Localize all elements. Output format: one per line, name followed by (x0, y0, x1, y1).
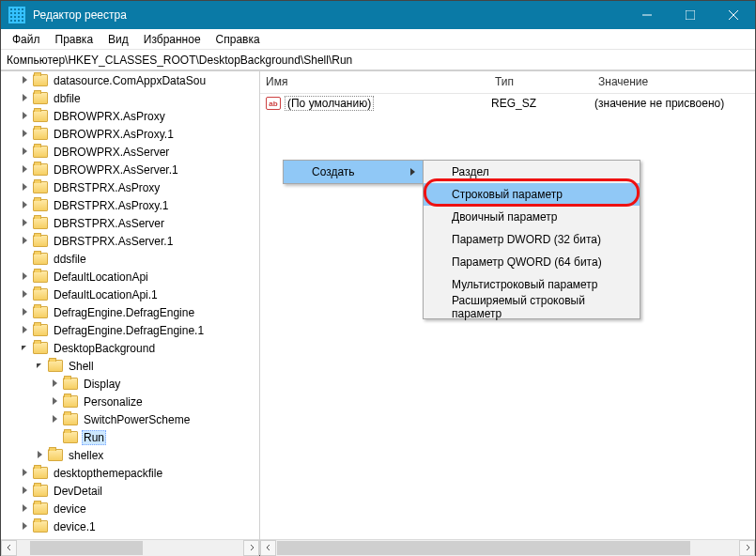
tree-node[interactable]: Personalize (1, 393, 259, 410)
context-submenu[interactable]: РазделСтроковый параметрДвоичный парамет… (423, 160, 640, 319)
tree-node[interactable]: DBRSTPRX.AsServer.1 (1, 232, 259, 250)
folder-icon (63, 378, 78, 390)
menu-view[interactable]: Вид (100, 31, 136, 48)
expander-icon[interactable] (20, 111, 31, 122)
expander-icon[interactable] (50, 396, 61, 408)
scroll-right-button[interactable] (243, 540, 259, 556)
close-button[interactable] (712, 1, 755, 29)
tree-node[interactable]: DesktopBackground (1, 339, 259, 357)
tree-node[interactable]: Run (1, 428, 259, 446)
tree-node[interactable]: DefragEngine.DefragEngine.1 (1, 321, 259, 339)
minimize-button[interactable] (625, 1, 669, 29)
maximize-button[interactable] (669, 1, 712, 29)
col-name[interactable]: Имя (260, 71, 489, 93)
ctx-item[interactable]: Параметр QWORD (64 бита) (424, 251, 640, 273)
expander-icon[interactable] (20, 200, 31, 211)
menu-help[interactable]: Справка (208, 31, 268, 48)
address-bar[interactable]: Компьютер\HKEY_CLASSES_ROOT\DesktopBackg… (1, 50, 755, 70)
tree-node-label: DBRSTPRX.AsProxy (52, 181, 162, 194)
expander-icon[interactable] (20, 343, 31, 354)
tree-node-label: DBROWPRX.AsProxy (52, 110, 167, 123)
list-row[interactable]: ab (По умолчанию) REG_SZ (значение не пр… (260, 94, 755, 113)
scroll-track[interactable] (276, 540, 739, 556)
ctx-item[interactable]: Расширяемый строковый параметр (424, 296, 640, 318)
folder-icon (63, 413, 78, 425)
ctx-item[interactable]: Параметр DWORD (32 бита) (424, 228, 640, 251)
expander-icon[interactable] (50, 414, 61, 425)
tree-hscrollbar[interactable] (1, 539, 259, 555)
expander-icon[interactable] (20, 129, 31, 140)
expander-icon[interactable] (20, 468, 31, 479)
list-hscrollbar[interactable] (260, 539, 755, 555)
tree-node[interactable]: desktopthemepackfile (1, 464, 259, 482)
expander-icon[interactable] (20, 521, 31, 533)
expander-icon[interactable] (20, 271, 31, 283)
tree-node[interactable]: ddsfile (1, 250, 259, 268)
tree-node[interactable]: DevDetail (1, 482, 259, 500)
expander-icon[interactable] (20, 307, 31, 318)
list-body[interactable]: ab (По умолчанию) REG_SZ (значение не пр… (260, 94, 755, 539)
tree-node-label: shellex (67, 449, 105, 462)
scroll-left-button[interactable] (1, 540, 17, 556)
expander-icon[interactable] (20, 93, 31, 104)
expander-icon[interactable] (20, 486, 31, 497)
tree-node[interactable]: DBRSTPRX.AsProxy (1, 178, 259, 196)
tree-node[interactable]: Display (1, 375, 259, 393)
registry-tree[interactable]: datasource.ComAppxDataSoudbfileDBROWPRX.… (1, 71, 259, 539)
tree-node[interactable]: DBRSTPRX.AsServer (1, 214, 259, 232)
tree-node[interactable]: Shell (1, 357, 259, 375)
row-name: (По умолчанию) (285, 97, 491, 110)
expander-icon[interactable] (20, 218, 31, 229)
folder-icon (33, 146, 48, 158)
tree-node-label: DBRSTPRX.AsProxy.1 (52, 199, 170, 212)
tree-node[interactable]: DBROWPRX.AsProxy (1, 107, 259, 125)
expander-icon[interactable] (20, 182, 31, 193)
scroll-right-button[interactable] (739, 540, 755, 556)
ctx-item[interactable]: Раздел (424, 161, 640, 183)
ctx-item[interactable]: Строковый параметр (424, 183, 640, 206)
expander-icon[interactable] (20, 164, 31, 176)
tree-node[interactable]: shellex (1, 446, 259, 464)
expander-icon[interactable] (50, 378, 61, 390)
expander-icon[interactable] (20, 325, 31, 336)
tree-node[interactable]: DBROWPRX.AsServer.1 (1, 161, 259, 178)
scroll-thumb[interactable] (277, 541, 690, 555)
tree-node[interactable]: DBROWPRX.AsProxy.1 (1, 125, 259, 143)
ctx-item[interactable]: Двоичный параметр (424, 206, 640, 228)
col-value[interactable]: Значение (593, 71, 755, 93)
expander-icon[interactable] (35, 361, 46, 372)
tree-node[interactable]: DBRSTPRX.AsProxy.1 (1, 196, 259, 214)
scroll-track[interactable] (17, 540, 243, 556)
tree-node[interactable]: DBROWPRX.AsServer (1, 143, 259, 161)
ctx-item-label: Расширяемый строковый параметр (452, 294, 619, 320)
folder-icon (33, 502, 48, 515)
menu-edit[interactable]: Правка (48, 31, 101, 48)
expander-icon[interactable] (20, 75, 31, 86)
scroll-left-button[interactable] (260, 540, 276, 556)
ctx-item-label: Раздел (452, 165, 489, 178)
ctx-item[interactable]: Мультистроковый параметр (424, 273, 640, 296)
tree-node[interactable]: SwitchPowerScheme (1, 410, 259, 428)
tree-node[interactable]: device (1, 500, 259, 517)
menu-file[interactable]: Файл (5, 31, 48, 48)
col-type[interactable]: Тип (489, 71, 593, 93)
expander-icon[interactable] (35, 450, 46, 461)
titlebar[interactable]: Редактор реестра (1, 1, 755, 29)
tree-node[interactable]: dbfile (1, 89, 259, 107)
expander-icon[interactable] (20, 289, 31, 301)
context-menu[interactable]: Создать (283, 160, 424, 184)
tree-node[interactable]: DefragEngine.DefragEngine (1, 303, 259, 321)
expander-icon[interactable] (20, 503, 31, 515)
tree-node[interactable]: DefaultLocationApi (1, 268, 259, 286)
scroll-thumb[interactable] (30, 541, 143, 555)
menu-favorites[interactable]: Избранное (136, 31, 208, 48)
expander-icon[interactable] (20, 147, 31, 158)
expander-icon[interactable] (20, 236, 31, 247)
menubar: Файл Правка Вид Избранное Справка (1, 29, 755, 50)
list-pane: Имя Тип Значение ab (По умолчанию) REG_S… (260, 71, 755, 555)
tree-node[interactable]: DefaultLocationApi.1 (1, 286, 259, 303)
folder-icon (33, 217, 48, 229)
tree-node[interactable]: datasource.ComAppxDataSou (1, 71, 259, 89)
ctx-create[interactable]: Создать (284, 161, 423, 183)
tree-node[interactable]: device.1 (1, 517, 259, 535)
